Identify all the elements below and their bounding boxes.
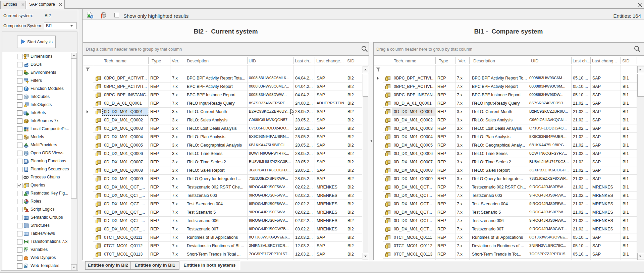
svg-text:F: F bbox=[25, 87, 27, 91]
svg-text:?: ? bbox=[25, 249, 27, 252]
